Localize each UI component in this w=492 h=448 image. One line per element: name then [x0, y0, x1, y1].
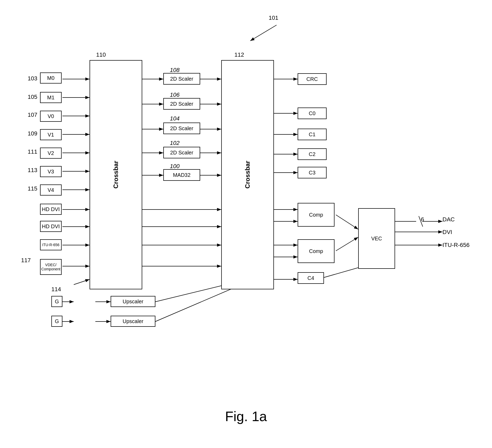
- box-hd-dvi-2: HD DVI: [40, 221, 62, 232]
- label-112: 112: [234, 51, 244, 58]
- svg-line-52: [74, 279, 90, 285]
- crossbar-1: Crossbar: [90, 60, 142, 289]
- box-c1: C1: [298, 129, 327, 140]
- box-v1: V1: [40, 129, 62, 140]
- diagram-container: 101 110 112 103 M0 105 M1 107 V0 109 V1 …: [0, 0, 492, 448]
- label-106: 106: [170, 91, 180, 98]
- label-113: 113: [28, 167, 37, 174]
- label-107: 107: [28, 111, 37, 118]
- label-104: 104: [170, 115, 180, 122]
- label-dvi: DVI: [442, 229, 452, 236]
- box-itu-r-656: ITU-R-656: [40, 239, 62, 250]
- box-v4: V4: [40, 184, 62, 196]
- crossbar-1-label: Crossbar: [112, 161, 120, 188]
- label-105: 105: [28, 94, 37, 100]
- label-111: 111: [28, 148, 37, 155]
- label-109: 109: [28, 130, 37, 137]
- box-hd-dvi-1: HD DVI: [40, 204, 62, 215]
- label-102: 102: [170, 140, 180, 147]
- label-itu-out: ITU-R-656: [442, 242, 470, 249]
- box-c0: C0: [298, 108, 327, 119]
- box-v0: V0: [40, 111, 62, 122]
- box-mad32: MAD32: [163, 169, 200, 181]
- box-m0: M0: [40, 72, 62, 84]
- scaler-106: 2D Scaler: [163, 98, 200, 110]
- box-g2: G: [51, 316, 62, 327]
- label-100: 100: [170, 163, 180, 170]
- label-103: 103: [28, 75, 37, 82]
- box-c2: C2: [298, 148, 327, 160]
- label-101: 101: [269, 14, 278, 21]
- box-v3: V3: [40, 166, 62, 177]
- scaler-102: 2D Scaler: [163, 147, 200, 158]
- box-vdec: VDEC/Component: [40, 259, 62, 275]
- box-c4: C4: [298, 272, 324, 284]
- label-114: 114: [51, 286, 61, 293]
- box-comp2: Comp: [298, 239, 334, 263]
- label-6: 6: [421, 216, 424, 223]
- svg-line-37: [336, 215, 358, 229]
- box-upscaler1: Upscaler: [111, 296, 155, 307]
- crossbar-2: Crossbar: [221, 60, 274, 289]
- svg-line-2: [250, 25, 277, 41]
- box-v2: V2: [40, 148, 62, 159]
- box-comp1: Comp: [298, 203, 334, 227]
- scaler-108: 2D Scaler: [163, 73, 200, 85]
- label-108: 108: [170, 67, 180, 74]
- svg-line-38: [336, 237, 358, 251]
- box-c3: C3: [298, 167, 327, 178]
- box-g1: G: [51, 296, 62, 307]
- label-115: 115: [28, 185, 37, 192]
- svg-line-39: [317, 266, 363, 279]
- figure-title: Fig. 1a: [225, 408, 267, 424]
- box-crc: CRC: [298, 73, 327, 85]
- label-dac: DAC: [442, 216, 455, 223]
- scaler-104: 2D Scaler: [163, 123, 200, 134]
- box-upscaler2: Upscaler: [111, 316, 155, 327]
- crossbar-2-label: Crossbar: [244, 161, 251, 188]
- box-m1: M1: [40, 92, 62, 103]
- label-110: 110: [96, 51, 106, 58]
- label-117: 117: [21, 257, 31, 264]
- box-vec: VEC: [358, 208, 395, 269]
